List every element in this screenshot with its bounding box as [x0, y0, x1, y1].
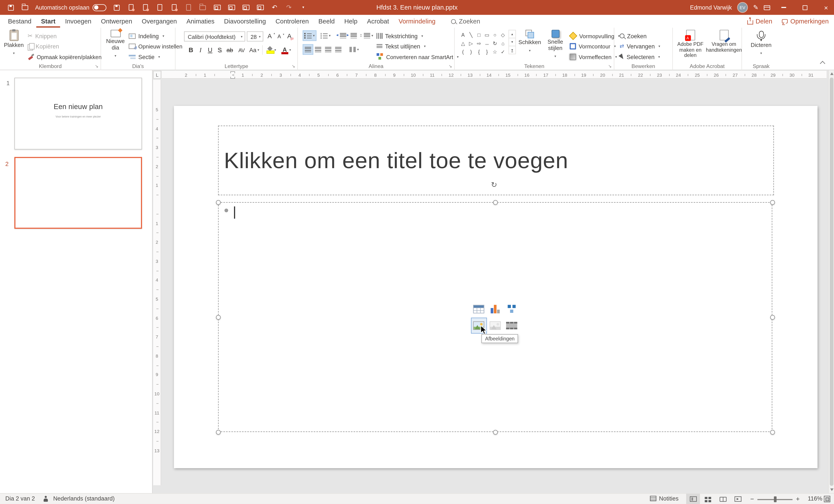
shape-fill-button[interactable]: Vormopvulling	[570, 31, 620, 41]
zoom-in-button[interactable]: +	[794, 494, 802, 504]
shape-gallery-item[interactable]: ↻	[491, 39, 499, 47]
find-button[interactable]: Zoeken	[620, 31, 646, 41]
insert-table-icon[interactable]	[471, 301, 486, 316]
bold-button[interactable]: B	[186, 45, 196, 55]
layout-button[interactable]: Indeling	[129, 31, 164, 41]
resize-handle-top-center[interactable]	[493, 200, 498, 205]
grow-font-button[interactable]: A▴	[265, 31, 275, 41]
font-size-combo[interactable]: 28	[247, 31, 263, 42]
shape-gallery-item[interactable]: ⇨	[475, 39, 483, 47]
paste-dropdown[interactable]	[13, 49, 15, 56]
font-color-button[interactable]: A	[280, 45, 292, 55]
increase-indent-button[interactable]	[349, 31, 358, 40]
email-icon[interactable]	[198, 3, 207, 12]
shape-gallery-item[interactable]: ▭	[483, 30, 491, 39]
tab-overgangen[interactable]: Overgangen	[137, 15, 182, 28]
open-icon[interactable]	[21, 3, 29, 12]
undo-icon[interactable]: ↶	[270, 3, 279, 12]
arrange-button[interactable]: Schikken	[519, 30, 541, 53]
shape-effects-button[interactable]: Vormeffecten	[570, 52, 617, 62]
shapes-scroll-up-icon[interactable]: ▴	[508, 30, 516, 38]
justify-button[interactable]	[334, 45, 343, 54]
tab-ontwerpen[interactable]: Ontwerpen	[96, 15, 137, 28]
collapse-ribbon-icon[interactable]	[820, 61, 825, 66]
pen-icon[interactable]: ✎	[753, 4, 759, 11]
reset-button[interactable]: Opnieuw instellen	[129, 41, 182, 51]
insert-smartart-icon[interactable]	[504, 301, 519, 316]
font-name-combo[interactable]: Calibri (Hoofdtekst)	[184, 31, 245, 42]
dictate-dropdown[interactable]	[760, 49, 762, 56]
shrink-font-button[interactable]: A▾	[275, 31, 284, 41]
columns-button[interactable]	[348, 45, 361, 54]
change-case-button[interactable]: Aa	[248, 45, 261, 55]
comments-button[interactable]: Opmerkingen	[782, 18, 829, 25]
resize-handle-mid-left[interactable]	[216, 315, 220, 320]
tab-diavoorstelling[interactable]: Diavoorstelling	[219, 15, 271, 28]
text-shadow-button[interactable]: S	[215, 45, 224, 55]
insert-stock-images-icon[interactable]	[488, 318, 503, 333]
bullets-button[interactable]	[303, 31, 316, 40]
resize-handle-top-right[interactable]	[770, 200, 775, 205]
quick-styles-button[interactable]: Snelle stijlen	[543, 30, 568, 59]
resize-handle-bottom-left[interactable]	[216, 430, 220, 435]
tab-help[interactable]: Help	[339, 15, 362, 28]
create-pdf-button[interactable]: Adobe PDF maken en delen	[674, 30, 706, 59]
slide-layout-icon-4[interactable]	[256, 3, 264, 12]
text-direction-button[interactable]: Tekstrichting	[377, 31, 423, 41]
dictate-button[interactable]: Dicteren	[749, 31, 773, 56]
arrange-dropdown[interactable]	[529, 47, 531, 53]
insert-chart-icon[interactable]	[488, 301, 503, 316]
shape-gallery-item[interactable]: △	[459, 39, 467, 47]
close-button[interactable]: ×	[818, 0, 834, 15]
convert-smartart-button[interactable]: Converteren naar SmartArt	[377, 52, 459, 62]
insert-video-icon[interactable]	[504, 318, 519, 333]
redo-icon[interactable]: ↷	[285, 3, 293, 12]
account-name[interactable]: Edmond Varwijk	[690, 4, 732, 10]
section-button[interactable]: Sectie	[129, 52, 160, 62]
shapes-more-icon[interactable]: ▾	[508, 46, 516, 54]
shape-outline-button[interactable]: Vormcontour	[570, 41, 616, 51]
character-spacing-button[interactable]: AV	[236, 45, 247, 55]
tab-vormindeling[interactable]: Vormindeling	[394, 15, 440, 28]
proofing-icon[interactable]	[127, 3, 135, 12]
underline-button[interactable]: U	[205, 45, 215, 55]
request-signatures-button[interactable]: Vragen om handtekeningen	[707, 30, 740, 53]
print-icon[interactable]	[184, 3, 193, 12]
shape-gallery-item[interactable]: ╲	[467, 30, 475, 39]
share-button[interactable]: Delen	[747, 18, 772, 25]
tab-animaties[interactable]: Animaties	[181, 15, 219, 28]
quick-styles-dropdown[interactable]	[554, 52, 556, 59]
shape-gallery-item[interactable]: □	[475, 30, 483, 39]
strikethrough-button[interactable]: ab	[224, 45, 235, 55]
maximize-button[interactable]	[797, 0, 813, 15]
minimize-button[interactable]	[775, 0, 791, 15]
paste-button[interactable]: Plakken	[3, 30, 25, 56]
zoom-out-button[interactable]: −	[748, 494, 756, 504]
toggle-switch[interactable]	[92, 4, 106, 11]
replace-button[interactable]: ⇄ Vervangen	[620, 41, 660, 51]
tab-stop-selector[interactable]: L	[153, 71, 161, 79]
shape-gallery-item[interactable]: )	[467, 47, 475, 56]
search-box[interactable]: Zoeken	[451, 18, 480, 25]
first-line-indent-marker[interactable]	[230, 71, 235, 75]
zoom-level[interactable]: 116%	[803, 495, 822, 502]
notes-button[interactable]: Notities	[650, 495, 679, 502]
scroll-down-arrow[interactable]	[830, 488, 833, 491]
new-slide-button[interactable]: Nieuwe dia	[104, 30, 127, 58]
content-placeholder[interactable]: Afbeeldingen	[218, 202, 772, 432]
vertical-scrollbar[interactable]	[828, 70, 834, 493]
shape-gallery-item[interactable]: }	[483, 47, 491, 56]
customize-toolbar-icon[interactable]: ▾	[299, 3, 308, 12]
shape-gallery-item[interactable]: A	[459, 30, 467, 39]
shape-gallery-item[interactable]: ☆	[491, 47, 499, 56]
shape-gallery-item[interactable]: ↔	[483, 39, 491, 47]
select-button[interactable]: Selecteren	[620, 52, 660, 62]
align-center-button[interactable]	[313, 45, 323, 54]
tab-invoegen[interactable]: Invoegen	[60, 15, 96, 28]
new-slide-dropdown[interactable]	[114, 52, 116, 58]
hanging-indent-marker[interactable]	[230, 75, 235, 79]
resize-handle-top-left[interactable]	[216, 200, 220, 205]
slideshow-button[interactable]	[731, 494, 745, 504]
slide-layout-icon-1[interactable]	[213, 3, 221, 12]
new-document-icon[interactable]	[155, 3, 164, 12]
